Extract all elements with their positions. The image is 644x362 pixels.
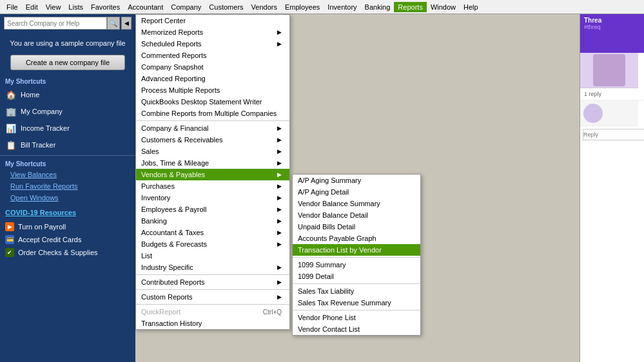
arrow-icon: ▶: [277, 183, 282, 189]
submenu-sales-tax-revenue-summary[interactable]: Sales Tax Revenue Summary: [293, 297, 420, 309]
covid-link[interactable]: COVID-19 Resources: [5, 207, 130, 218]
reply-input-row: ➤: [580, 126, 644, 143]
arrow-icon: ▶: [277, 41, 282, 47]
search-back-button[interactable]: ◀: [121, 17, 132, 30]
menu-help[interactable]: Help: [460, 2, 482, 12]
sidebar-item-bill-tracker[interactable]: 📋 Bill Tracker: [0, 137, 135, 153]
menu-inventory[interactable]: Inventory▶: [136, 192, 289, 204]
sidebar-accept-credit[interactable]: 💳 Accept Credit Cards: [0, 233, 135, 246]
sub-separator-2: [293, 283, 420, 284]
menu-memorized-reports[interactable]: Memorized Reports▶: [136, 26, 289, 38]
sidebar-turn-on-payroll[interactable]: ▶ Turn on Payroll: [0, 220, 135, 233]
menu-combine-reports[interactable]: Combine Reports from Multiple Companies: [136, 108, 289, 119]
reply-avatar-area: [580, 100, 638, 126]
submenu-sales-tax-liability[interactable]: Sales Tax Liability: [293, 285, 420, 297]
submenu-vendor-phone-list[interactable]: Vendor Phone List: [293, 312, 420, 323]
menu-edit[interactable]: Edit: [22, 2, 42, 12]
menu-scheduled-reports[interactable]: Scheduled Reports▶: [136, 38, 289, 50]
menu-company-snapshot[interactable]: Company Snapshot: [136, 61, 289, 73]
menu-customers[interactable]: Customers: [205, 2, 247, 12]
menu-customers-receivables[interactable]: Customers & Receivables▶: [136, 134, 289, 146]
menu-jobs-time[interactable]: Jobs, Time & Mileage▶: [136, 157, 289, 169]
search-input[interactable]: [4, 17, 107, 30]
menu-banking[interactable]: Banking▶: [136, 215, 289, 227]
menu-banking[interactable]: Banking: [361, 2, 395, 12]
sidebar-item-income-tracker[interactable]: 📊 Income Tracker: [0, 120, 135, 137]
menu-process-multiple[interactable]: Process Multiple Reports: [136, 84, 289, 96]
menu-file[interactable]: File: [3, 2, 22, 12]
sidebar-open-windows[interactable]: Open Windows: [0, 192, 135, 204]
menu-purchases[interactable]: Purchases▶: [136, 180, 289, 192]
reply-input[interactable]: [583, 129, 644, 140]
menu-custom-reports[interactable]: Custom Reports▶: [136, 291, 289, 303]
submenu-transaction-list-by-vendor[interactable]: Transaction List by Vendor: [293, 244, 420, 256]
create-company-button[interactable]: Create a new company file: [10, 55, 125, 70]
arrow-icon: ▶: [277, 195, 282, 201]
checks-icon: ✔: [5, 248, 14, 257]
company-message: You are using a sample company file: [0, 32, 135, 52]
menu-employees-payroll[interactable]: Employees & Payroll▶: [136, 204, 289, 215]
sidebar-item-home[interactable]: 🏠 Home: [0, 86, 135, 103]
separator-4: [136, 304, 289, 305]
menu-qb-writer[interactable]: QuickBooks Desktop Statement Writer: [136, 96, 289, 108]
credit-card-icon: 💳: [5, 235, 14, 244]
submenu-accounts-payable-graph[interactable]: Accounts Payable Graph: [293, 233, 420, 244]
menu-window[interactable]: Window: [427, 2, 460, 12]
vendors-submenu-container: A/P Aging Summary A/P Aging Detail Vendo…: [292, 174, 421, 336]
right-panel-username: Threa: [584, 17, 601, 24]
menu-report-center[interactable]: Report Center: [136, 15, 289, 26]
submenu-vendor-contact-list[interactable]: Vendor Contact List: [293, 323, 420, 335]
menu-inventory[interactable]: Inventory: [324, 2, 360, 12]
arrow-icon: ▶: [277, 29, 282, 35]
menu-sales[interactable]: Sales▶: [136, 146, 289, 157]
content-area: Report Center Memorized Reports▶ Schedul…: [135, 14, 580, 362]
right-panel-header: Threa #threq: [580, 14, 644, 53]
submenu-ap-aging-summary[interactable]: A/P Aging Summary: [293, 175, 420, 186]
menu-list[interactable]: List: [136, 250, 289, 262]
sidebar-run-fav-reports[interactable]: Run Favorite Reports: [0, 180, 135, 192]
covid-section: COVID-19 Resources: [5, 207, 130, 218]
search-button[interactable]: 🔍: [107, 17, 120, 30]
sidebar-order-checks[interactable]: ✔ Order Checks & Supplies: [0, 246, 135, 259]
menu-vendors-payables[interactable]: Vendors & Payables▶: [136, 169, 289, 180]
separator-2: [136, 274, 289, 275]
sidebar-search-bar: 🔍 ◀: [0, 14, 135, 32]
submenu-1099-detail[interactable]: 1099 Detail: [293, 271, 420, 282]
menu-budgets-forecasts[interactable]: Budgets & Forecasts▶: [136, 238, 289, 250]
arrow-icon: ▶: [277, 125, 282, 131]
arrow-icon: ▶: [277, 241, 282, 247]
sidebar-view-balances[interactable]: View Balances: [0, 169, 135, 180]
right-panel-avatar: [580, 53, 638, 88]
submenu-vendor-balance-detail[interactable]: Vendor Balance Detail: [293, 209, 420, 221]
menu-employees[interactable]: Employees: [281, 2, 324, 12]
menu-favorites[interactable]: Favorites: [87, 2, 124, 12]
submenu-unpaid-bills-detail[interactable]: Unpaid Bills Detail: [293, 221, 420, 233]
menu-accountant[interactable]: Accountant: [124, 2, 167, 12]
submenu-ap-aging-detail[interactable]: A/P Aging Detail: [293, 186, 420, 198]
shortcuts-section-label: My Shortcuts: [0, 158, 135, 169]
menu-accountant-taxes[interactable]: Accountant & Taxes▶: [136, 227, 289, 238]
menu-company-financial[interactable]: Company & Financial▶: [136, 122, 289, 134]
menu-contributed-reports[interactable]: Contributed Reports▶: [136, 276, 289, 288]
submenu-1099-summary[interactable]: 1099 Summary: [293, 259, 420, 271]
arrow-icon: ▶: [277, 279, 282, 285]
menu-industry-specific[interactable]: Industry Specific▶: [136, 262, 289, 273]
menu-advanced-reporting[interactable]: Advanced Reporting: [136, 73, 289, 84]
submenu-vendor-balance-summary[interactable]: Vendor Balance Summary: [293, 198, 420, 209]
avatar-image: [593, 54, 625, 86]
menu-company[interactable]: Company: [167, 2, 205, 12]
separator-3: [136, 289, 289, 290]
menu-vendors[interactable]: Vendors: [248, 2, 281, 12]
arrow-icon: ▶: [277, 206, 282, 213]
menu-reports[interactable]: Reports: [394, 2, 427, 12]
menu-commented-reports[interactable]: Commented Reports: [136, 50, 289, 61]
income-tracker-icon: 📊: [5, 122, 17, 134]
sidebar-item-my-company[interactable]: 🏢 My Company: [0, 103, 135, 120]
menu-view[interactable]: View: [42, 2, 65, 12]
reply-count: 1 reply: [580, 88, 644, 100]
menu-transaction-history[interactable]: Transaction History: [136, 318, 289, 329]
menu-lists[interactable]: Lists: [64, 2, 87, 12]
arrow-icon: ▶: [277, 148, 282, 155]
payroll-icon: ▶: [5, 222, 14, 231]
sub-separator-3: [293, 310, 420, 310]
